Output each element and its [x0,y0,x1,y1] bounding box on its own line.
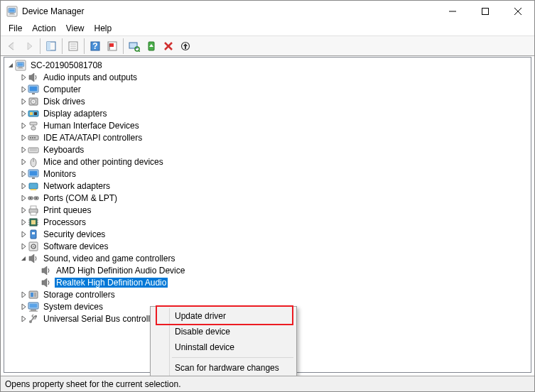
maximize-button[interactable] [469,1,502,22]
expander-icon[interactable] [20,300,28,312]
menu-file[interactable]: File [4,22,27,36]
expander-icon[interactable] [20,240,28,252]
uninstall-button[interactable] [161,38,176,54]
tree-root[interactable]: SC-201905081708 [7,59,531,71]
back-button[interactable] [4,38,20,54]
tree-item-label: Processors [42,217,87,227]
context-item-label: Scan for hardware changes [175,363,279,373]
tree-item-mice[interactable]: Mice and other pointing devices [7,156,531,168]
app-icon [6,6,18,17]
tree-item-audio-io[interactable]: Audio inputs and outputs [7,71,531,83]
expander-icon[interactable] [20,119,28,131]
context-disable-device[interactable]: Disable device [152,324,295,339]
tree-root-label: SC-201905081708 [29,60,104,70]
help-button[interactable]: ? [87,38,103,54]
expander-icon[interactable] [20,107,28,119]
monitor-icon [28,84,39,95]
svg-rect-58 [47,42,50,50]
tree-item-keyboards[interactable]: Keyboards [7,143,531,156]
scan-hardware-button[interactable] [126,38,142,54]
software-icon [28,241,39,252]
tree-item-processors[interactable]: Processors [7,216,531,228]
expander-icon[interactable] [20,131,28,143]
tree-item-computer[interactable]: Computer [7,83,531,95]
tree-item-software-devices[interactable]: Software devices [7,240,531,252]
mouse-icon [28,156,39,168]
expander-icon[interactable] [7,59,15,71]
printer-icon [28,205,39,216]
expander-icon[interactable] [20,252,28,264]
tree-item-label: Disk drives [42,97,87,107]
expander-icon[interactable] [20,71,28,83]
tree-item-print-queues[interactable]: Print queues [7,204,531,216]
tree-item-label: Print queues [42,205,92,215]
expander-icon[interactable] [20,216,28,228]
tree-item-label: AMD High Definition Audio Device [55,266,186,276]
tree-item-ports[interactable]: Ports (COM & LPT) [7,192,531,204]
usb-icon [28,313,39,325]
expander-icon[interactable] [20,192,28,204]
tree-item-security-devices[interactable]: Security devices [7,228,531,240]
titlebar: Device Manager [1,1,534,22]
menu-view[interactable]: View [61,22,90,36]
expander-icon[interactable] [20,204,28,216]
expander-icon[interactable] [20,168,28,180]
context-separator [172,357,293,358]
menu-help[interactable]: Help [90,22,117,36]
tree-item-ide[interactable]: IDE ATA/ATAPI controllers [7,131,531,143]
tree-item-sound-video-game[interactable]: Sound, video and game controllers [7,252,531,264]
statusbar-text: Opens property sheet for the current sel… [5,379,180,389]
tree-item-label: Display adapters [42,109,108,119]
expander-icon[interactable] [20,83,28,95]
display-adapter-icon [28,108,39,119]
tree-item-network[interactable]: Network adapters [7,180,531,192]
context-item-label: Uninstall device [175,342,234,352]
menu-action[interactable]: Action [27,22,60,36]
context-scan-hardware[interactable]: Scan for hardware changes [152,360,295,376]
menubar: File Action View Help [1,22,534,36]
tree-item-storage-controllers[interactable]: Storage controllers [7,288,531,300]
tree-item-label: System devices [42,302,104,312]
tree-item-label: Universal Serial Bus controllers [42,314,163,324]
expander-icon[interactable] [20,95,28,107]
tree-item-label: Mice and other pointing devices [42,157,165,167]
context-update-driver[interactable]: Update driver [152,308,295,324]
tree-item-amd-hd-audio[interactable]: AMD High Definition Audio Device [7,264,531,276]
properties-button[interactable] [65,38,81,54]
expander-icon[interactable] [20,143,28,156]
tree-item-label: Software devices [42,241,109,251]
tree-item-label: Storage controllers [42,290,117,300]
expander-icon[interactable] [20,312,28,325]
context-uninstall-device[interactable]: Uninstall device [152,339,295,355]
tree-item-realtek-audio[interactable]: Realtek High Definition Audio [7,276,531,288]
expander-icon[interactable] [20,180,28,192]
show-hide-console-tree-button[interactable] [43,38,59,54]
expander-icon[interactable] [20,288,28,300]
tree-item-monitors[interactable]: Monitors [7,168,531,180]
disk-icon [28,96,39,107]
expander-spacer [33,264,40,276]
expander-icon[interactable] [20,228,28,240]
monitor-icon [28,168,39,180]
minimize-button[interactable] [436,1,469,22]
tree-item-label: Human Interface Devices [42,121,141,131]
context-item-label: Update driver [175,311,226,321]
tree-item-hid[interactable]: Human Interface Devices [7,119,531,131]
forward-button[interactable] [21,38,37,54]
update-driver-button[interactable] [144,38,159,54]
computer-icon [28,301,39,312]
tree-item-display-adapters[interactable]: Display adapters [7,107,531,119]
network-icon [28,180,39,192]
close-button[interactable] [502,1,534,22]
expander-icon[interactable] [20,156,28,168]
context-item-label: Disable device [175,327,230,337]
window-title: Device Manager [22,6,84,16]
disable-button[interactable] [178,38,193,54]
cpu-icon [28,217,39,228]
tree-item-label: Computer [42,85,82,94]
action-flag-button[interactable] [104,38,120,54]
tree-item-disk-drives[interactable]: Disk drives [7,95,531,107]
ide-icon [28,132,39,143]
tree-item-label: Monitors [42,169,77,179]
tree-item-label: Network adapters [42,181,112,191]
